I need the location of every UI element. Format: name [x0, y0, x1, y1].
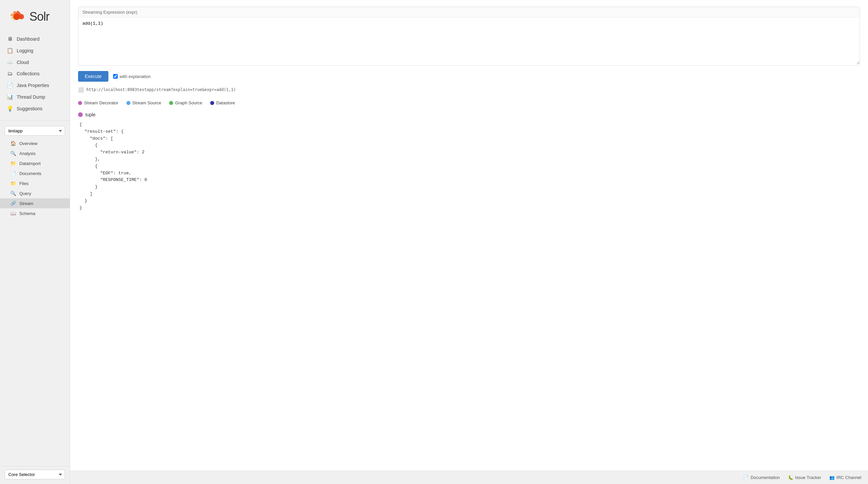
query-icon: 🔍 [10, 191, 16, 196]
analysis-icon: 🔍 [10, 151, 16, 156]
expression-textarea[interactable]: add(1,1) [79, 18, 860, 64]
url-text: http://localhost:8983testapp/stream?expl… [86, 87, 236, 92]
sidebar-item-dashboard-label: Dashboard [17, 36, 40, 42]
expression-section: Streaming Expression (expr) add(1,1) [78, 7, 860, 66]
sub-nav-item-query-label: Query [19, 191, 31, 196]
sub-nav-item-stream[interactable]: 🔗 Stream [0, 198, 70, 208]
schema-icon: 📖 [10, 211, 16, 216]
cloud-icon: ☁️ [7, 59, 13, 65]
sub-nav-item-schema[interactable]: 📖 Schema [0, 208, 70, 218]
documentation-icon: 📄 [743, 475, 749, 480]
sub-nav-item-files[interactable]: 📁 Files [0, 178, 70, 188]
logo: Solr [0, 0, 70, 30]
result-json: { "result-set": { "docs": [ { "return-va… [78, 121, 860, 211]
core-selector-bottom-container: Core Selector [0, 466, 70, 484]
sub-nav-item-files-label: Files [19, 181, 28, 186]
explanation-checkbox-text: with explanation [120, 74, 151, 79]
sub-nav-item-overview[interactable]: 🏠 Overview [0, 138, 70, 148]
sub-nav-item-analysis-label: Analysis [19, 151, 35, 156]
sidebar: Solr 🖥 Dashboard 📋 Logging ☁️ Cloud 🗂 Co… [0, 0, 70, 484]
stream-icon: 🔗 [10, 201, 16, 206]
sidebar-item-thread-dump-label: Thread Dump [17, 94, 45, 100]
sidebar-item-logging[interactable]: 📋 Logging [0, 45, 70, 56]
collections-icon: 🗂 [7, 71, 13, 77]
documentation-link[interactable]: 📄 Documentation [743, 475, 780, 480]
legend-item-graph-source: Graph Source [169, 100, 202, 105]
solr-logo-icon [7, 7, 27, 27]
sidebar-item-cloud[interactable]: ☁️ Cloud [0, 56, 70, 68]
expression-label: Streaming Expression (expr) [79, 7, 860, 18]
core-selector-select[interactable]: testapp [5, 126, 65, 136]
files-icon: 📁 [10, 181, 16, 186]
execute-button[interactable]: Execute [78, 71, 108, 82]
svg-point-7 [13, 13, 20, 20]
legend-item-datastore: Datastore [210, 100, 235, 105]
graph-source-label: Graph Source [175, 100, 202, 105]
sidebar-item-cloud-label: Cloud [17, 60, 29, 65]
graph-source-dot [169, 101, 173, 105]
main-nav: 🖥 Dashboard 📋 Logging ☁️ Cloud 🗂 Collect… [0, 30, 70, 118]
sub-nav-item-documents[interactable]: 📄 Documents [0, 168, 70, 178]
sub-nav-item-overview-label: Overview [19, 141, 37, 146]
sidebar-item-thread-dump[interactable]: 📊 Thread Dump [0, 91, 70, 103]
result-tuple-label: tuple [85, 112, 95, 117]
issue-tracker-label: Issue Tracker [795, 475, 821, 480]
irc-channel-link[interactable]: 👥 IRC Channel [829, 475, 861, 480]
solr-text: Solr [29, 10, 50, 24]
stream-source-label: Stream Source [132, 100, 161, 105]
legend-item-stream-source: Stream Source [126, 100, 161, 105]
sub-nav-item-dataimport[interactable]: 📁 Dataimport [0, 158, 70, 168]
overview-icon: 🏠 [10, 141, 16, 146]
sidebar-item-java-properties[interactable]: 📄 Java Properties [0, 79, 70, 91]
logging-icon: 📋 [7, 47, 13, 54]
url-icon: ⬜ [78, 87, 84, 92]
bottom-bar: 📄 Documentation 🐛 Issue Tracker 👥 IRC Ch… [70, 471, 868, 484]
irc-channel-icon: 👥 [829, 475, 835, 480]
sub-nav: 🏠 Overview 🔍 Analysis 📁 Dataimport 📄 Doc… [0, 138, 70, 218]
sub-nav-item-analysis[interactable]: 🔍 Analysis [0, 148, 70, 158]
java-properties-icon: 📄 [7, 82, 13, 88]
datastore-dot [210, 101, 214, 105]
sidebar-item-suggestions-label: Suggestions [17, 106, 42, 111]
stream-source-dot [126, 101, 130, 105]
issue-tracker-icon: 🐛 [788, 475, 793, 480]
explanation-checkbox-label[interactable]: with explanation [113, 74, 151, 79]
datastore-label: Datastore [216, 100, 235, 105]
sub-nav-item-query[interactable]: 🔍 Query [0, 188, 70, 198]
stream-panel: Streaming Expression (expr) add(1,1) Exe… [70, 0, 868, 471]
stream-decorator-dot [78, 101, 82, 105]
dashboard-icon: 🖥 [7, 36, 13, 42]
sidebar-item-collections[interactable]: 🗂 Collections [0, 68, 70, 79]
documents-icon: 📄 [10, 171, 16, 176]
sidebar-item-logging-label: Logging [17, 48, 33, 53]
result-tuple-dot [78, 112, 83, 117]
execute-bar: Execute with explanation [78, 71, 860, 82]
sidebar-divider [0, 120, 70, 121]
sidebar-item-suggestions[interactable]: 💡 Suggestions [0, 103, 70, 114]
issue-tracker-link[interactable]: 🐛 Issue Tracker [788, 475, 821, 480]
core-selector-top: testapp [0, 123, 70, 138]
sub-nav-item-documents-label: Documents [19, 171, 41, 176]
suggestions-icon: 💡 [7, 105, 13, 112]
explanation-checkbox-input[interactable] [113, 74, 118, 79]
irc-channel-label: IRC Channel [837, 475, 861, 480]
main-content: Streaming Expression (expr) add(1,1) Exe… [70, 0, 868, 471]
legend-item-stream-decorator: Stream Decorator [78, 100, 118, 105]
sub-nav-item-dataimport-label: Dataimport [19, 161, 41, 166]
core-selector-bottom[interactable]: Core Selector [5, 470, 65, 479]
sub-nav-item-schema-label: Schema [19, 211, 35, 216]
sidebar-item-java-properties-label: Java Properties [17, 83, 49, 88]
stream-decorator-label: Stream Decorator [84, 100, 118, 105]
sub-nav-item-stream-label: Stream [19, 201, 33, 206]
sidebar-item-collections-label: Collections [17, 71, 39, 76]
url-display: ⬜ http://localhost:8983testapp/stream?ex… [78, 86, 860, 94]
result-header: tuple [78, 112, 860, 117]
dataimport-icon: 📁 [10, 161, 16, 166]
thread-dump-icon: 📊 [7, 94, 13, 100]
legend: Stream Decorator Stream Source Graph Sou… [78, 100, 860, 105]
sidebar-item-dashboard[interactable]: 🖥 Dashboard [0, 33, 70, 45]
documentation-label: Documentation [751, 475, 780, 480]
